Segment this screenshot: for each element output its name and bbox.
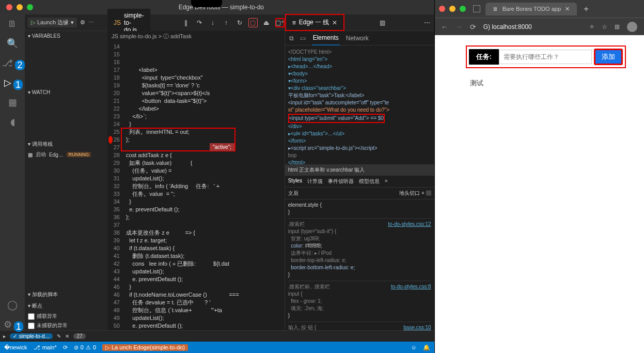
dom-tree[interactable]: <!DOCTYPE html> <html lang="en"> ▸<head>… [285,45,434,164]
selected-node[interactable]: <input type="submit" value="Add"> == $0 [288,114,385,123]
more-tabs[interactable]: » [385,178,388,185]
remote-indicator[interactable]: �newick [4,344,27,351]
device-icon[interactable]: ▭ [300,35,306,42]
network-tab[interactable]: Network [346,35,369,42]
debug-icon[interactable]: ▷1 [4,77,21,88]
style-tabs: Styles 计算值 事件侦听器 模型信息 » [285,176,434,188]
screencast-icon[interactable]: ▢⁺ [275,18,285,27]
debug-toolbar: ‖ ↷ ↓ ↑ ↻ ▢ ⏏ ▢⁺ [181,18,285,27]
explorer-icon[interactable]: 🗎 [8,19,17,29]
stop-icon[interactable]: ▢ [248,18,258,27]
callstack-item[interactable]: ▦ 启动 Edg… RUNNNG [25,150,107,159]
computed-tab[interactable]: 计算值 [307,178,323,185]
favorite-icon[interactable]: ☆ [602,23,607,30]
disconnect-icon[interactable]: ⏏ [262,18,271,27]
edit-icon[interactable]: ✎ [57,333,61,339]
sync-icon[interactable]: ⟳ [63,344,68,351]
breakpoints-section[interactable]: 断点 [25,300,107,312]
scripts-section[interactable]: 加载的脚本 [25,289,107,300]
source-link[interactable]: base.css:10 [403,324,431,330]
task-form: 任务: 添加 [466,45,626,68]
breakpoint-icon[interactable] [108,136,113,144]
new-tab-icon[interactable]: ＋ [582,4,590,14]
debug-sidebar: ▷Launch 边缘▾ ⚙ ⋯ VARIABLES WATCH 调用堆栈 ▦ 启… [25,14,107,330]
variables-section[interactable]: VARIABLES [25,31,107,41]
inline-value: "active"; [210,143,234,151]
line-gutter: 1415161718192021222324252627282930313233… [107,42,123,330]
window-controls[interactable] [0,4,39,10]
edge-icon[interactable]: ◖ [10,116,15,128]
collapse-icon[interactable]: ▸ [3,333,6,339]
gear-icon[interactable]: ⚙ [80,19,85,26]
step-out-icon[interactable]: ↑ [222,18,231,27]
editor-group: JSsimple-to-do.js ‖ ↷ ↓ ↑ ↻ ▢ ⏏ ▢⁺ JS si… [107,14,285,330]
split-icon[interactable]: ▥ [380,19,385,26]
gear-icon[interactable]: ⚙1 [4,319,21,330]
close-icon[interactable]: ✕ [565,6,570,12]
dom-breadcrumb[interactable]: html 正文表单和 v.searchbar 输入 [285,164,434,176]
read-icon[interactable]: ✧ [589,23,594,30]
scm-icon[interactable]: ⎇2 [2,57,22,69]
branch-indicator[interactable]: ⎇ main* [34,344,57,351]
sidebar-toggle-icon[interactable] [473,5,480,12]
task-label: 任务: [469,49,499,65]
bell-icon[interactable]: 🔔 [423,344,430,351]
editor-open-bar: ▸ ✓ simple-to-d… ✎ ✕ 27 [0,330,434,342]
cls-toggle[interactable]: 地头切口 + ▥ [399,190,431,197]
account-icon[interactable]: ◯ [7,299,18,311]
elements-tab[interactable]: Elements [312,31,340,45]
address-bar[interactable]: G) localhost:8000 [483,23,582,30]
styles-tab[interactable]: Styles [288,178,302,185]
launch-config[interactable]: ▷Launch 边缘▾ [28,18,77,27]
source-link[interactable]: to-do-styles.css:8 [391,283,431,290]
step-icon[interactable]: ↷ [195,18,204,27]
devtools-toolbar: ⧉ ▭ Elements Network [285,31,434,45]
extensions-icon[interactable]: ▦ [8,97,17,108]
code-editor[interactable]: 1415161718192021222324252627282930313233… [107,42,285,330]
forward-icon[interactable]: → [455,23,463,31]
back-icon[interactable]: ← [441,23,448,31]
pause-icon: ▦ [28,152,33,158]
breadcrumb[interactable]: JS simple-to-do.js > ⓘ addTask [107,31,285,42]
browser-window: 🗎Bare Bones TODO app✕ ＋ ← → ⟳ G) localho… [434,0,644,353]
reload-icon[interactable]: ⟳ [470,23,476,31]
collections-icon[interactable]: ⊞ [615,23,620,30]
task-input[interactable] [499,50,592,64]
more-icon[interactable]: ⋯ [88,19,94,26]
props-tab[interactable]: 模型信息 [359,178,380,185]
window-controls[interactable] [439,6,468,12]
problem-count: 27 [73,333,85,339]
minimap[interactable] [268,42,285,330]
restart-icon[interactable]: ↻ [235,18,244,27]
close-icon[interactable]: ✕ [65,333,69,339]
step-into-icon[interactable]: ↓ [208,18,217,27]
inspect-icon[interactable]: ⧉ [289,35,294,42]
code-lines[interactable]: <label> <input type="checkbox" ${tasks[t… [123,42,268,330]
list-item[interactable]: 测试 [470,79,622,88]
more-icon[interactable]: ⋯ [424,19,430,26]
devtools-panel: ≡Edge 一 线✕ ▥ ⋯ ⧉ ▭ Elements Network <!DO… [285,14,434,330]
avatar[interactable] [627,22,637,32]
feedback-icon[interactable]: ☺ [411,344,416,350]
open-file-chip[interactable]: ✓ simple-to-d… [10,333,53,339]
listeners-tab[interactable]: 事件侦听器 [328,178,354,185]
pause-icon[interactable]: ‖ [181,18,191,27]
debug-target[interactable]: ▷ La unch Edoge(simple-to-do) [102,344,188,351]
problems-indicator[interactable]: ⊘ 0 ⚠ 0 [74,344,96,351]
add-button[interactable]: 添加 [594,49,623,65]
close-icon[interactable]: ✕ [332,19,337,26]
devtools-tab[interactable]: ≡Edge 一 线✕ [285,14,345,31]
page-body: 任务: 添加 测试 [435,35,644,353]
callstack-section[interactable]: 调用堆栈 [25,139,107,150]
search-icon[interactable]: 🔍 [7,38,18,49]
task-list: 测试 [466,72,626,94]
activity-bar: 🗎 🔍 ⎇2 ▷1 ▦ ◖ ◯ ⚙1 [0,14,25,330]
watch-section[interactable]: WATCH [25,87,107,97]
macos-notch [191,0,222,7]
uncaught-checkbox[interactable] [28,323,35,329]
source-link[interactable]: to-do-styles.css:12 [388,221,431,228]
filter-input[interactable]: 文后 [288,190,299,197]
browser-tab[interactable]: 🗎Bare Bones TODO app✕ [485,3,577,16]
caught-checkbox[interactable] [28,313,35,320]
styles-pane[interactable]: element.style { } to-do-styles.css:12 .搜… [285,199,434,330]
